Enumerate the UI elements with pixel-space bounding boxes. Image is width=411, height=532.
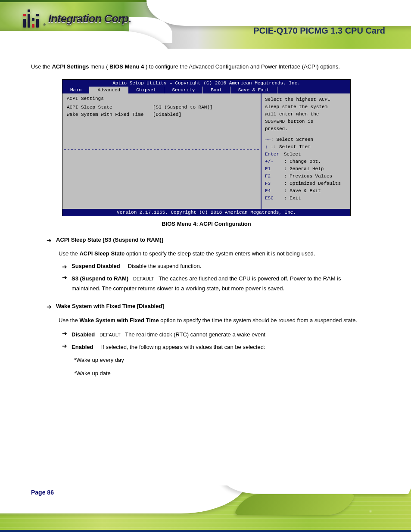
sub-option-name: Disabled <box>72 331 95 338</box>
footer-swoop-accent <box>234 494 355 515</box>
bios-tab-save-exit[interactable]: Save & Exit <box>230 87 278 93</box>
bios-section-title: ACPI Settings <box>67 96 256 101</box>
key-desc: : Change Opt. <box>284 159 321 164</box>
bios-title: Aptio Setup Utility – Copyright (C) 2016… <box>62 80 350 87</box>
bios-row-value: [Disabled] <box>153 111 181 118</box>
sub-option: ➔ Enabled If selected, the following app… <box>62 342 382 352</box>
bios-body: ACPI Settings ACPI Sleep State [S3 (Susp… <box>62 93 350 209</box>
key-row: +/-: Change Opt. <box>265 158 347 165</box>
t: option to specify the time the system sh… <box>160 317 357 324</box>
t: ACPI Settings <box>52 63 89 70</box>
bullet-arrow-icon: ➔ <box>62 330 67 337</box>
bullet-arrow-icon: ➔ <box>62 263 67 271</box>
option-title: ACPI Sleep State [S3 (Suspend to RAM)] <box>56 236 163 243</box>
option-desc: Use the ACPI Sleep State option to speci… <box>59 249 382 258</box>
t: Use the <box>59 250 79 257</box>
t: Wake System with Fixed Time <box>79 317 159 324</box>
key-desc: : General Help <box>284 166 324 171</box>
page-number: Page 86 <box>31 489 54 496</box>
key-row: F2: Previous Values <box>265 173 347 180</box>
hint-line: pressed. <box>265 125 347 133</box>
key-sym: F1 <box>265 165 284 173</box>
bios-row-sleep-state[interactable]: ACPI Sleep State [S3 (Suspend to RAM)] <box>67 104 256 111</box>
swoop-top <box>146 0 411 26</box>
key-sym: Enter <box>265 151 284 158</box>
t: Use the <box>31 63 52 70</box>
bios-divider <box>64 149 259 150</box>
key-desc: : Select Item <box>274 144 311 149</box>
key-desc: : Exit <box>284 196 301 201</box>
bullet-arrow-icon: ➔ <box>62 342 67 350</box>
key-sym: +/- <box>265 158 284 165</box>
bios-tab-advanced[interactable]: Advanced <box>90 87 128 93</box>
option-desc: Use the Wake System with Fixed Time opti… <box>59 315 382 325</box>
hint-line: will enter when the <box>265 111 347 118</box>
key-row: F1: General Help <box>265 165 347 173</box>
header-banner: ® Integration Corp. PCIE-Q170 PICMG 1.3 … <box>0 0 411 49</box>
key-sym: F4 <box>265 187 284 195</box>
key-row: ESC: Exit <box>265 195 347 202</box>
default-tag: DEFAULT <box>133 276 154 281</box>
key-row: F3: Optimized Defaults <box>265 180 347 187</box>
bios-row-value: [S3 (Suspend to RAM)] <box>153 104 213 111</box>
figure-caption: BIOS Menu 4: ACPI Configuration <box>31 221 382 227</box>
option-title: Wake System with Fixed Time [Disabled] <box>56 303 164 309</box>
t: ) to configure the Advanced Configuratio… <box>146 63 340 70</box>
key-row: →←: Select Screen <box>265 136 347 143</box>
bullet-arrow-icon: ➔ <box>47 236 52 244</box>
key-desc: : Select Screen <box>271 137 313 142</box>
key-desc: : Optimized Defaults <box>284 181 341 186</box>
sub-option: ➔ Disabled DEFAULT The real time clock (… <box>62 330 382 339</box>
key-sym: ESC <box>265 195 284 202</box>
bullet-arrow-icon: ➔ <box>47 303 52 311</box>
bios-panel: Aptio Setup Utility – Copyright (C) 2016… <box>62 79 351 216</box>
bios-footer: Version 2.17.1255. Copyright (C) 2016 Am… <box>62 209 350 216</box>
brand-logo-text: Integration Corp. <box>48 12 131 25</box>
sub-option-name: Suspend Disabled <box>72 263 120 269</box>
page-content: Use the ACPI Settings menu ( BIOS Menu 4… <box>0 62 411 382</box>
footer-banner <box>0 485 411 532</box>
key-sym: F3 <box>265 180 284 187</box>
intro-paragraph: Use the ACPI Settings menu ( BIOS Menu 4… <box>31 62 382 72</box>
key-desc: : Previous Values <box>284 174 332 179</box>
key-row: F4: Save & Exit <box>265 187 347 195</box>
iei-logo-icon: ® <box>22 9 43 28</box>
key-row: EnterSelect <box>265 151 347 158</box>
option-sleep-state: ➔ ACPI Sleep State [S3 (Suspend to RAM)] <box>47 236 382 244</box>
t: BIOS Menu 4 <box>109 63 144 70</box>
hint-line: Select the highest ACPI <box>265 96 347 103</box>
option-wake-time: ➔ Wake System with Fixed Time [Disabled] <box>47 303 382 311</box>
bios-tab-boot[interactable]: Boot <box>203 87 230 93</box>
t: option to specify the sleep state the sy… <box>126 250 315 257</box>
bios-tab-main[interactable]: Main <box>62 87 90 93</box>
brand-logo: ® Integration Corp. <box>22 9 131 28</box>
sub-option-name: S3 (Suspend to RAM) <box>72 275 128 282</box>
arrow-lr-icon: →← <box>265 137 271 142</box>
bios-row-label: Wake System with Fixed Time <box>67 111 153 118</box>
key-sym: F2 <box>265 173 284 180</box>
t: Use the <box>59 317 79 324</box>
sub-option-text: If selected, the following appears with … <box>101 344 265 350</box>
bios-tab-security[interactable]: Security <box>164 87 203 93</box>
extra-line: *Wake up date <box>74 368 382 378</box>
bios-row-label: ACPI Sleep State <box>67 104 153 111</box>
bullet-arrow-icon: ➔ <box>62 274 67 281</box>
t: menu ( <box>90 63 108 70</box>
sub-option: ➔ S3 (Suspend to RAM) DEFAULT The caches… <box>62 274 382 294</box>
sub-option-name: Enabled <box>72 344 93 350</box>
bios-left-pane: ACPI Settings ACPI Sleep State [S3 (Susp… <box>62 93 262 209</box>
arrow-ud-icon: ↑ ↓ <box>265 144 274 149</box>
key-row: ↑ ↓: Select Item <box>265 143 347 151</box>
hint-line: sleep state the system <box>265 103 347 111</box>
bottom-strip <box>0 530 411 532</box>
sub-option-text: Disable the suspend function. <box>128 263 202 269</box>
default-tag: DEFAULT <box>100 332 121 337</box>
bios-row-wake-time[interactable]: Wake System with Fixed Time [Disabled] <box>67 111 256 118</box>
bios-tab-bar: Main Advanced Chipset Security Boot Save… <box>62 87 350 93</box>
t: ACPI Sleep State <box>79 250 125 257</box>
key-desc: Select <box>284 152 301 157</box>
bios-right-pane: Select the highest ACPI sleep state the … <box>262 93 350 209</box>
sub-option-text: The real time clock (RTC) cannot generat… <box>125 331 265 338</box>
hint-line: SUSPEND button is <box>265 118 347 125</box>
bios-tab-chipset[interactable]: Chipset <box>128 87 164 93</box>
